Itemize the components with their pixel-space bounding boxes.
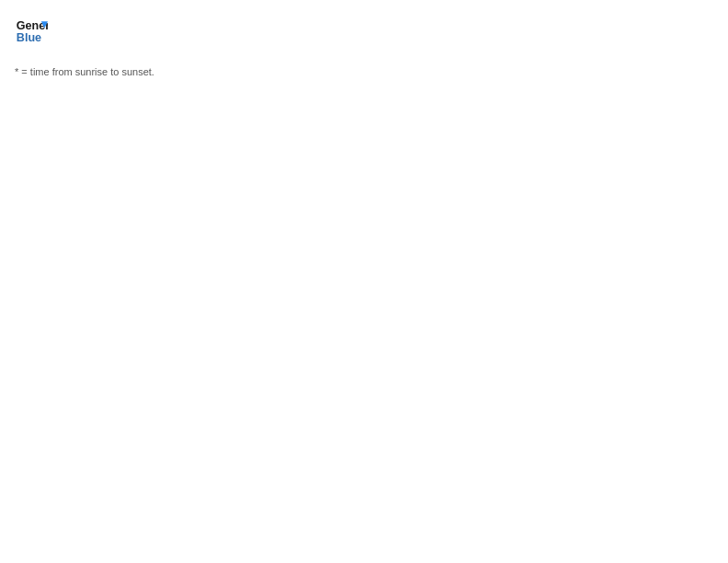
svg-text:Blue: Blue	[17, 31, 41, 44]
header: General Blue	[15, 15, 713, 48]
footer-note: * = time from sunrise to sunset.	[15, 66, 713, 77]
logo: General Blue	[15, 15, 48, 48]
logo-icon: General Blue	[15, 15, 48, 48]
